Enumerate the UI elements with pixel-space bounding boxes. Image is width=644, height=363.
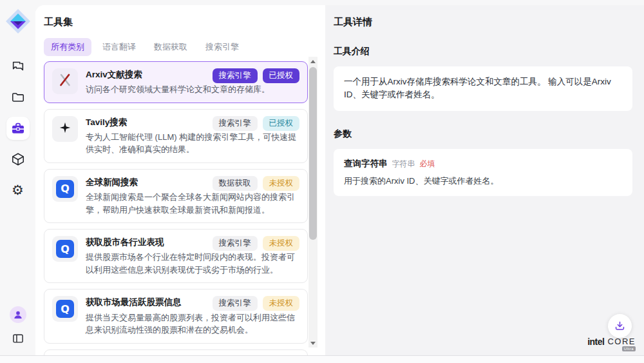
core-ultra-badge: Ultra bbox=[622, 346, 636, 351]
tool-card[interactable]: Arxiv文献搜索 访问各个研究领域大量科学论文和文章的存储库。 搜索引擎 已授… bbox=[44, 61, 308, 103]
intel-wordmark: intel bbox=[587, 337, 604, 346]
rail-bottom bbox=[9, 306, 27, 348]
app-logo-icon bbox=[5, 8, 31, 37]
arxiv-logo-icon bbox=[57, 72, 73, 90]
param-type: 字符串 bbox=[392, 159, 415, 170]
download-button[interactable] bbox=[608, 314, 632, 338]
toolset-title: 工具集 bbox=[44, 16, 325, 28]
param-description: 用于搜索的Arxiv ID、关键字或作者姓名。 bbox=[344, 175, 622, 187]
intro-box: 一个用于从Arxiv存储库搜索科学论文和文章的工具。 输入可以是Arxiv ID… bbox=[334, 66, 632, 111]
core-wordmark: CORE bbox=[607, 337, 636, 346]
tool-description: 专为人工智能代理 (LLM) 构建的搜索引擎工具，可快速提供实时、准确和真实的结… bbox=[86, 131, 299, 156]
tool-category-badge: 搜索引擎 bbox=[213, 116, 258, 131]
param-required-label: 必填 bbox=[420, 159, 435, 170]
param-box: 查询字符串 字符串 必填 用于搜索的Arxiv ID、关键字或作者姓名。 bbox=[334, 149, 632, 196]
scroll-down-icon[interactable] bbox=[308, 338, 317, 348]
tool-list: Arxiv文献搜索 访问各个研究领域大量科学论文和文章的存储库。 搜索引擎 已授… bbox=[44, 61, 308, 355]
user-avatar[interactable] bbox=[10, 306, 26, 323]
tool-icon: Q bbox=[52, 296, 78, 322]
tool-card[interactable]: Q 获取股市各行业表现 提供股票市场各个行业在特定时间段内的表现。投资者可以利用… bbox=[44, 229, 308, 283]
scroll-up-icon[interactable] bbox=[308, 57, 317, 66]
tool-details-panel: 工具详情 工具介绍 一个用于从Arxiv存储库搜索科学论文和文章的工具。 输入可… bbox=[325, 5, 644, 355]
tool-auth-badge: 未授权 bbox=[263, 296, 300, 311]
tool-description: 提供股票市场各个行业在特定时间段内的表现。投资者可以利用这些信息来识别表现优于或… bbox=[86, 251, 299, 276]
tool-card[interactable]: Q 获取市场最活跃股票信息 提供当天交易量最高的股票列表，投资者可以利用这些信息… bbox=[44, 289, 308, 343]
tool-auth-badge: 未授权 bbox=[263, 236, 300, 251]
folder-icon[interactable] bbox=[6, 86, 30, 109]
news-search-logo-icon: Q bbox=[56, 240, 74, 258]
news-search-logo-icon: Q bbox=[56, 300, 74, 318]
tool-description: 全球新闻搜索是一个聚合全球各大新闻网站内容的搜索引擎，帮助用户快速获取全球最新资… bbox=[86, 191, 299, 216]
tool-category-badge: 数据获取 bbox=[213, 176, 258, 191]
tool-card[interactable]: 万维地区新闻查询 查询具体行政区划内的新闻，快速了解各地新闻动 搜索引擎 未授权 bbox=[44, 349, 308, 355]
category-tab[interactable]: 语言翻译 bbox=[95, 38, 143, 56]
tool-card[interactable]: Q 全球新闻搜索 全球新闻搜索是一个聚合全球各大新闻网站内容的搜索引擎，帮助用户… bbox=[44, 169, 308, 223]
cube-icon[interactable] bbox=[6, 148, 30, 171]
tool-auth-badge: 未授权 bbox=[263, 176, 300, 191]
tool-icon: Q bbox=[52, 176, 78, 202]
tool-icon bbox=[52, 68, 78, 94]
workspace: 工具集 所有类别 语言翻译 数据获取 搜索引擎 Arxiv文献搜索 访问各个研究… bbox=[35, 5, 644, 355]
intro-text: 一个用于从Arxiv存储库搜索科学论文和文章的工具。 输入可以是Arxiv ID… bbox=[344, 75, 622, 102]
tool-category-badge: 搜索引擎 bbox=[213, 236, 258, 251]
spark-star-icon bbox=[58, 121, 72, 137]
toolbox-icon[interactable] bbox=[6, 117, 30, 140]
scrollbar-thumb[interactable] bbox=[309, 67, 317, 240]
chat-icon[interactable] bbox=[6, 55, 30, 78]
category-tabs: 所有类别 语言翻译 数据获取 搜索引擎 bbox=[44, 38, 325, 56]
tool-icon bbox=[52, 116, 78, 142]
settings-gear-icon[interactable]: ⚙ bbox=[6, 179, 30, 202]
tool-description: 提供当天交易量最高的股票列表，投资者可以利用这些信息来识别流动性强的股票和潜在的… bbox=[86, 311, 299, 337]
intro-heading: 工具介绍 bbox=[334, 46, 632, 57]
details-title: 工具详情 bbox=[334, 16, 632, 28]
tool-category-badge: 搜索引擎 bbox=[213, 68, 258, 83]
tool-icon: Q bbox=[52, 236, 78, 262]
tool-category-badge: 搜索引擎 bbox=[213, 296, 258, 311]
tool-auth-badge: 已授权 bbox=[263, 68, 300, 83]
panel-toggle-icon[interactable] bbox=[9, 329, 27, 348]
toolset-panel: 工具集 所有类别 语言翻译 数据获取 搜索引擎 Arxiv文献搜索 访问各个研究… bbox=[35, 5, 325, 355]
params-heading: 参数 bbox=[334, 128, 632, 140]
tool-description: 访问各个研究领域大量科学论文和文章的存储库。 bbox=[86, 83, 299, 96]
rail-nav: ⚙ bbox=[6, 55, 30, 202]
category-tab[interactable]: 数据获取 bbox=[147, 38, 194, 56]
news-search-logo-icon: Q bbox=[56, 180, 74, 198]
left-rail: ⚙ bbox=[0, 0, 35, 355]
tool-auth-badge: 已授权 bbox=[263, 116, 300, 131]
list-scrollbar[interactable] bbox=[308, 57, 317, 348]
category-tab[interactable]: 搜索引擎 bbox=[198, 38, 246, 56]
param-name: 查询字符串 bbox=[344, 158, 388, 170]
tool-card[interactable]: Tavily搜索 专为人工智能代理 (LLM) 构建的搜索引擎工具，可快速提供实… bbox=[44, 109, 308, 163]
category-tab[interactable]: 所有类别 bbox=[44, 38, 91, 56]
intel-core-logo: intel CORE Ultra bbox=[587, 337, 636, 351]
app-window: ⚙ 工具集 所有类别 语言翻译 数据获取 搜索 bbox=[0, 0, 644, 356]
